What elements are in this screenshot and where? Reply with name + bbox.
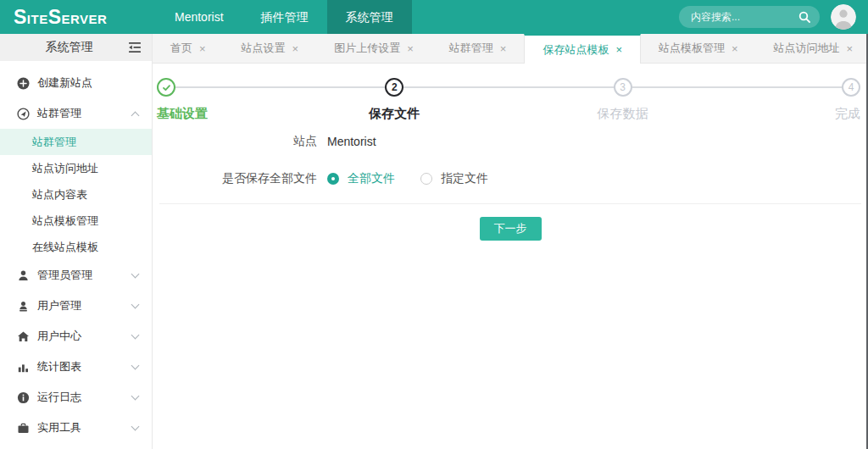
divider — [159, 203, 861, 204]
content: 基础设置2保存文件3保存数据4完成 站点 Mentorist 是否保存全部文件 … — [153, 64, 868, 449]
globe-icon — [17, 108, 30, 120]
home-icon — [17, 330, 30, 343]
wizard-step-2-label: 保存文件 — [369, 106, 420, 122]
step-wizard: 基础设置2保存文件3保存数据4完成 — [166, 78, 851, 122]
sidebar-item-label: 实用工具 — [37, 420, 132, 435]
tab-0[interactable]: 首页× — [153, 34, 224, 63]
sidebar-item-label: 用户管理 — [37, 298, 132, 313]
sidebar-subitem-1-4[interactable]: 在线站点模板 — [0, 234, 152, 260]
tab-5[interactable]: 站点模板管理× — [641, 34, 756, 63]
wizard-step-4-label: 完成 — [835, 106, 860, 122]
tab-6[interactable]: 站点访问地址× — [756, 34, 868, 63]
save-all-label: 是否保存全部文件 — [153, 171, 317, 186]
chevron-down-icon — [131, 423, 140, 431]
tab-label: 图片上传设置 — [334, 41, 400, 56]
sidebar-item-7[interactable]: 实用工具 — [0, 413, 152, 443]
wizard-step-number: 4 — [849, 81, 854, 93]
tab-3[interactable]: 站群管理× — [431, 34, 525, 63]
radio-option-0[interactable]: 全部文件 — [327, 171, 395, 186]
tab-1[interactable]: 站点设置× — [224, 34, 317, 63]
save-all-row: 是否保存全部文件 全部文件指定文件 — [153, 169, 868, 188]
chevron-down-icon — [131, 331, 140, 340]
tab-label: 站点访问地址 — [774, 41, 840, 56]
sidebar-item-label: 管理员管理 — [37, 268, 132, 283]
sidebar-subitem-1-1[interactable]: 站点访问地址 — [0, 155, 152, 181]
wizard-track — [166, 86, 851, 88]
radio-option-1[interactable]: 指定文件 — [420, 171, 488, 186]
site-value: Mentorist — [327, 135, 376, 148]
tab-close-icon[interactable]: × — [500, 42, 507, 55]
tab-label: 首页 — [170, 41, 192, 56]
wizard-step-1-label: 基础设置 — [157, 106, 208, 122]
topnav-item-label: Mentorist — [175, 10, 224, 24]
tab-label: 站点模板管理 — [659, 41, 725, 56]
sidebar-item-6[interactable]: 运行日志 — [0, 382, 152, 413]
sidebar-title: 系统管理 — [10, 40, 128, 55]
topbar: SITESERVER Mentorist插件管理系统管理 — [0, 0, 868, 34]
wizard-step-4-circle: 4 — [842, 78, 860, 97]
search-icon[interactable] — [798, 11, 820, 23]
tab-close-icon[interactable]: × — [407, 42, 414, 55]
topnav-item-label: 系统管理 — [346, 10, 393, 24]
wizard-step-2-circle: 2 — [385, 78, 403, 97]
site-row: 站点 Mentorist — [153, 132, 868, 151]
sidebar-menu: 创建新站点站群管理站群管理站点访问地址站点内容表站点模板管理在线站点模板管理员管… — [0, 61, 152, 443]
tab-4[interactable]: 保存站点模板× — [524, 34, 641, 64]
sidebar-item-label: 运行日志 — [37, 390, 132, 405]
user-avatar[interactable] — [831, 4, 856, 30]
sidebar-item-label: 统计图表 — [37, 359, 132, 374]
tab-close-icon[interactable]: × — [292, 42, 299, 55]
sidebar-item-0[interactable]: 创建新站点 — [0, 68, 152, 98]
main-area: 首页×站点设置×图片上传设置×站群管理×保存站点模板×站点模板管理×站点访问地址… — [153, 34, 868, 449]
sidebar-item-label: 站群管理 — [37, 106, 132, 121]
radio-label: 指定文件 — [441, 171, 488, 186]
briefcase-icon — [17, 422, 30, 435]
check-icon — [161, 82, 172, 93]
sidebar-subitem-1-2[interactable]: 站点内容表 — [0, 181, 152, 208]
menu-fold-icon[interactable] — [128, 42, 142, 53]
topnav: Mentorist插件管理系统管理 — [156, 0, 412, 34]
topnav-item-1[interactable]: 插件管理 — [242, 0, 327, 34]
topnav-item-0[interactable]: Mentorist — [156, 0, 242, 34]
sidebar-item-2[interactable]: 管理员管理 — [0, 260, 152, 291]
tab-close-icon[interactable]: × — [732, 42, 738, 55]
tabbar: 首页×站点设置×图片上传设置×站群管理×保存站点模板×站点模板管理×站点访问地址… — [153, 34, 868, 64]
radio-inner-dot — [331, 177, 335, 180]
tab-label: 站群管理 — [449, 41, 493, 56]
sidebar-item-label: 用户中心 — [37, 329, 132, 344]
topnav-item-2[interactable]: 系统管理 — [327, 0, 412, 34]
radio-selected-icon[interactable] — [327, 173, 339, 185]
siteserver-logo[interactable]: SITESERVER — [14, 6, 141, 29]
content-search — [679, 6, 820, 28]
wizard-step-3-circle: 3 — [614, 78, 632, 97]
tab-label: 保存站点模板 — [542, 42, 609, 58]
admin-user-icon — [17, 269, 30, 282]
bar-chart-icon — [17, 361, 30, 374]
chevron-down-icon — [131, 392, 140, 401]
chevron-down-icon — [131, 270, 140, 279]
next-step-button[interactable]: 下一步 — [480, 217, 542, 241]
sidebar-subitem-1-0[interactable]: 站群管理 — [0, 129, 152, 155]
chevron-up-icon — [131, 111, 140, 119]
sidebar-subitem-1-3[interactable]: 站点模板管理 — [0, 208, 152, 234]
wizard-step-1-circle — [157, 78, 175, 97]
sidebar-item-4[interactable]: 用户中心 — [0, 321, 152, 352]
user-icon — [17, 300, 30, 313]
logo-text: S — [14, 6, 27, 29]
search-input[interactable] — [679, 11, 798, 23]
tab-2[interactable]: 图片上传设置× — [316, 34, 431, 63]
tab-label: 站点设置 — [242, 41, 286, 56]
topnav-item-label: 插件管理 — [261, 10, 309, 24]
chevron-down-icon — [131, 362, 140, 370]
button-row: 下一步 — [153, 217, 868, 241]
sidebar-item-3[interactable]: 用户管理 — [0, 291, 152, 321]
tab-close-icon[interactable]: × — [847, 42, 854, 55]
tab-close-icon[interactable]: × — [199, 42, 206, 55]
info-circle-icon — [17, 391, 30, 404]
sidebar-item-5[interactable]: 统计图表 — [0, 352, 152, 382]
sidebar-item-1[interactable]: 站群管理 — [0, 98, 152, 129]
wizard-step-number: 2 — [392, 81, 398, 93]
tab-close-icon[interactable]: × — [615, 43, 622, 56]
radio-unselected-icon[interactable] — [420, 173, 432, 185]
sidebar-item-label: 创建新站点 — [37, 75, 138, 91]
